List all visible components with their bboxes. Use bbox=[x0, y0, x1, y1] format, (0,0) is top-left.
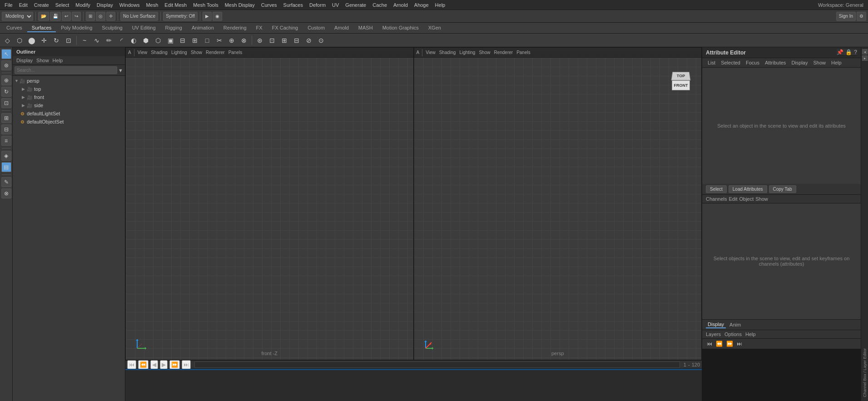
menu-deform[interactable]: Deform bbox=[307, 1, 328, 9]
ae-channels-tab[interactable]: Channels bbox=[706, 196, 727, 202]
soft-mod-button[interactable]: ⊛ bbox=[254, 35, 265, 46]
vp-panels-menu[interactable]: Panels bbox=[515, 50, 532, 55]
list-item[interactable]: ▶ 🎥 front bbox=[13, 93, 125, 101]
ipr-button[interactable]: ◉ bbox=[213, 12, 222, 21]
ae-tab-help[interactable]: Help bbox=[829, 59, 843, 66]
menu-mesh-display[interactable]: Mesh Display bbox=[222, 1, 258, 9]
tab-rigging[interactable]: Rigging bbox=[161, 24, 187, 32]
move-icon[interactable]: ⊕ bbox=[1, 75, 11, 85]
timeline-content[interactable] bbox=[125, 369, 702, 401]
mode-selector[interactable]: Modeling bbox=[2, 12, 33, 21]
wrap-button[interactable]: ⊞ bbox=[279, 35, 290, 46]
measure-icon[interactable]: ⊗ bbox=[1, 188, 11, 198]
curve-cv-button[interactable]: ∿ bbox=[91, 35, 102, 46]
tab-fx-caching[interactable]: FX Caching bbox=[268, 24, 303, 32]
ae-copy-button[interactable]: Copy Tab bbox=[769, 185, 796, 193]
vp-show-menu[interactable]: Show bbox=[189, 50, 203, 55]
outliner-tab-show[interactable]: Show bbox=[36, 58, 49, 63]
ae-tab-show[interactable]: Show bbox=[811, 59, 828, 66]
snap-grid-button[interactable]: ⊞ bbox=[86, 12, 95, 21]
list-item[interactable]: ▶ 🎥 side bbox=[13, 101, 125, 109]
rotate-tool-button[interactable]: ↻ bbox=[51, 35, 62, 46]
paint-tool-button[interactable]: ⬤ bbox=[26, 35, 37, 46]
outliner-tab-display[interactable]: Display bbox=[16, 58, 33, 63]
vp-panels-menu[interactable]: Panels bbox=[227, 50, 244, 55]
edge-btn-1[interactable]: ◂ bbox=[862, 49, 868, 54]
tab-custom[interactable]: Custom bbox=[303, 24, 329, 32]
snap-point-button[interactable]: ✛ bbox=[106, 12, 115, 21]
component-icon[interactable]: ⊞ bbox=[1, 113, 11, 123]
timeline-play-back-button[interactable]: ◀ bbox=[150, 360, 158, 369]
view-cube[interactable]: TOP FRONT bbox=[670, 71, 692, 99]
viewport-front-content[interactable]: front -Z bbox=[126, 58, 413, 360]
menu-cache[interactable]: Cache bbox=[370, 1, 390, 9]
ae-help-tab[interactable]: Help bbox=[745, 332, 756, 337]
menu-display[interactable]: Display bbox=[94, 1, 116, 9]
ae-object-tab[interactable]: Object bbox=[739, 196, 754, 202]
scale-tool-button[interactable]: ⊡ bbox=[63, 35, 74, 46]
viewport-persp-content[interactable]: TOP FRONT persp bbox=[414, 58, 702, 360]
cube-top[interactable]: TOP bbox=[671, 72, 691, 80]
menu-generate[interactable]: Generate bbox=[342, 1, 369, 9]
surface-planar-button[interactable]: ▣ bbox=[165, 35, 176, 46]
vp-lighting-menu[interactable]: Lighting bbox=[170, 50, 188, 55]
settings-button[interactable]: ⚙ bbox=[857, 12, 866, 21]
ae-tab-list[interactable]: List bbox=[706, 59, 717, 66]
vp-renderer-menu[interactable]: Renderer bbox=[204, 50, 226, 55]
tab-animation[interactable]: Animation bbox=[187, 24, 218, 32]
lasso-tool-button[interactable]: ⬡ bbox=[14, 35, 25, 46]
curve-arc-button[interactable]: ◜ bbox=[116, 35, 127, 46]
menu-arnold[interactable]: Arnold bbox=[391, 1, 411, 9]
menu-windows[interactable]: Windows bbox=[117, 1, 143, 9]
list-item[interactable]: ⚙ defaultObjectSet bbox=[13, 118, 125, 126]
layer-next-button[interactable]: ⏭ bbox=[736, 340, 743, 347]
menu-file[interactable]: File bbox=[2, 1, 15, 9]
curve-tool-icon[interactable]: ✎ bbox=[1, 177, 11, 187]
ae-tab-selected[interactable]: Selected bbox=[719, 59, 742, 66]
symmetry-button[interactable]: Symmetry: Off bbox=[163, 12, 198, 21]
ae-tab-focus[interactable]: Focus bbox=[744, 59, 761, 66]
ae-select-button[interactable]: Select bbox=[706, 185, 727, 193]
tab-curves[interactable]: Curves bbox=[2, 24, 27, 32]
tab-fx[interactable]: FX bbox=[252, 24, 267, 32]
surface-loft-button[interactable]: ⬡ bbox=[153, 35, 164, 46]
tab-surfaces[interactable]: Surfaces bbox=[27, 24, 56, 32]
ae-tab-display[interactable]: Display bbox=[789, 59, 809, 66]
ae-layers-tab[interactable]: Layers bbox=[706, 332, 721, 337]
menu-edit[interactable]: Edit bbox=[16, 1, 30, 9]
layer-back-button[interactable]: ⏪ bbox=[715, 340, 724, 347]
timeline-next-button[interactable]: ⏭ bbox=[182, 360, 191, 369]
surface-revolve-button[interactable]: ◐ bbox=[128, 35, 139, 46]
save-scene-button[interactable]: 💾 bbox=[50, 12, 61, 21]
jiggle-button[interactable]: ⊙ bbox=[316, 35, 327, 46]
ae-anim-tab[interactable]: Anim bbox=[728, 322, 743, 328]
open-scene-button[interactable]: 📂 bbox=[38, 12, 49, 21]
edge-btn-2[interactable]: ▸ bbox=[862, 55, 868, 61]
snap-curve-button[interactable]: ◎ bbox=[96, 12, 105, 21]
ae-show-tab[interactable]: Show bbox=[755, 196, 768, 202]
timeline-prev-button[interactable]: ⏮ bbox=[127, 360, 136, 369]
redo-button[interactable]: ↪ bbox=[72, 12, 81, 21]
viewport-persp[interactable]: A View Shading Lighting Show Renderer Pa… bbox=[414, 47, 702, 360]
search-dropdown-icon[interactable]: ▼ bbox=[118, 68, 123, 73]
vp-renderer-menu[interactable]: Renderer bbox=[492, 50, 514, 55]
live-surface-button[interactable]: No Live Surface bbox=[120, 12, 158, 21]
menu-uv[interactable]: UV bbox=[329, 1, 342, 9]
menu-create[interactable]: Create bbox=[31, 1, 52, 9]
paint-select-icon[interactable]: ⊛ bbox=[1, 60, 11, 70]
display-icon[interactable]: ◈ bbox=[1, 151, 11, 161]
menu-help[interactable]: Help bbox=[432, 1, 448, 9]
lock-icon[interactable]: 🔒 bbox=[845, 49, 852, 55]
move-tool-button[interactable]: ✛ bbox=[39, 35, 50, 46]
select-tool-button[interactable]: ◇ bbox=[2, 35, 13, 46]
help-icon[interactable]: ? bbox=[854, 49, 857, 55]
curve-pencil-button[interactable]: ✏ bbox=[104, 35, 114, 46]
list-item[interactable]: ⚙ defaultLightSet bbox=[13, 109, 125, 118]
tab-uv-editing[interactable]: UV Editing bbox=[128, 24, 160, 32]
trim-button[interactable]: ✂ bbox=[214, 35, 225, 46]
viewport-front[interactable]: A View Shading Lighting Show Renderer Pa… bbox=[125, 47, 414, 360]
sculpt-button[interactable]: ⊘ bbox=[303, 35, 314, 46]
menu-ahoge[interactable]: Ahoge bbox=[412, 1, 432, 9]
surface-extrude-button[interactable]: ⬢ bbox=[140, 35, 151, 46]
list-item[interactable]: ▶ 🎥 top bbox=[13, 85, 125, 93]
